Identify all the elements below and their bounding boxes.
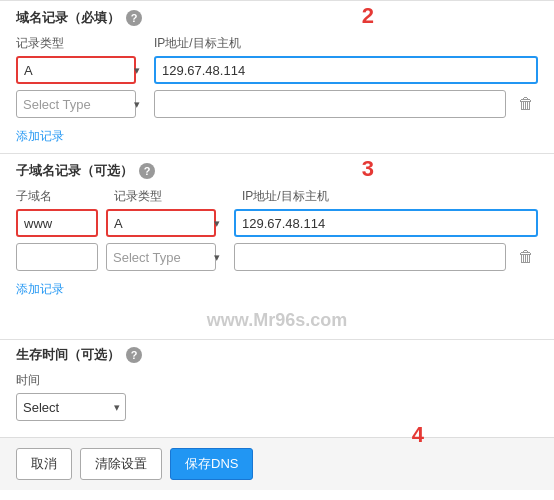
subdomain-row1-name-input[interactable] [16, 209, 98, 237]
subdomain-row1-ip-input[interactable] [234, 209, 538, 237]
time-field-label: 时间 [16, 372, 538, 389]
domain-add-record-link[interactable]: 添加记录 [16, 128, 64, 145]
subdomain-row2-delete-icon[interactable]: 🗑 [514, 249, 538, 265]
subdomain-row2-type-select[interactable]: Select Type A AAAA CNAME MX TXT [106, 243, 216, 271]
domain-help-icon[interactable]: ? [126, 10, 142, 26]
ttl-section-title: 生存时间（可选） ? [16, 346, 538, 364]
subdomain-type-col-label: 记录类型 [114, 188, 234, 205]
domain-row2-type-wrap: Select Type A AAAA CNAME MX TXT [16, 90, 146, 118]
clear-button[interactable]: 清除设置 [80, 448, 162, 480]
domain-row2-ip-input[interactable] [154, 90, 506, 118]
domain-column-headers: 记录类型 IP地址/目标主机 [16, 35, 538, 52]
subdomain-row1-type-select[interactable]: A AAAA CNAME MX TXT [106, 209, 216, 237]
ttl-section: 生存时间（可选） ? 时间 Select 300 600 900 1800 36… [0, 339, 554, 437]
subdomain-row-2: Select Type A AAAA CNAME MX TXT 🗑 [16, 243, 538, 271]
domain-row1-type-select[interactable]: A AAAA CNAME MX TXT [16, 56, 136, 84]
subdomain-help-icon[interactable]: ? [139, 163, 155, 179]
ttl-select-wrap: Select 300 600 900 1800 3600 7200 14400 … [16, 393, 126, 421]
subdomain-ip-col-label: IP地址/目标主机 [242, 188, 538, 205]
domain-records-section: 域名记录（必填） ? 2 记录类型 IP地址/目标主机 A AAAA CNAME… [0, 0, 554, 153]
domain-row2-delete-icon[interactable]: 🗑 [514, 96, 538, 112]
watermark: www.Mr96s.com [0, 306, 554, 339]
subdomain-add-record-link[interactable]: 添加记录 [16, 281, 64, 298]
subdomain-records-section: 子域名记录（可选） ? 3 子域名 记录类型 IP地址/目标主机 A AAAA … [0, 153, 554, 306]
domain-row2-type-select[interactable]: Select Type A AAAA CNAME MX TXT [16, 90, 136, 118]
domain-row1-ip-input[interactable] [154, 56, 538, 84]
subdomain-row1-type-wrap: A AAAA CNAME MX TXT [106, 209, 226, 237]
subdomain-row2-name-input[interactable] [16, 243, 98, 271]
step3-badge: 3 [362, 156, 374, 182]
step4-badge: 4 [412, 422, 424, 448]
footer-actions: 4 取消 清除设置 保存DNS [0, 437, 554, 490]
ttl-help-icon[interactable]: ? [126, 347, 142, 363]
subdomain-row-1: A AAAA CNAME MX TXT [16, 209, 538, 237]
step2-badge: 2 [362, 3, 374, 29]
subdomain-row2-ip-input[interactable] [234, 243, 506, 271]
ttl-title-text: 生存时间（可选） [16, 346, 120, 364]
ttl-row: Select 300 600 900 1800 3600 7200 14400 … [16, 393, 538, 421]
subdomain-section-title: 子域名记录（可选） ? 3 [16, 162, 538, 180]
subdomain-row2-type-wrap: Select Type A AAAA CNAME MX TXT [106, 243, 226, 271]
subdomain-name-col-label: 子域名 [16, 188, 106, 205]
cancel-button[interactable]: 取消 [16, 448, 72, 480]
save-dns-button[interactable]: 保存DNS [170, 448, 253, 480]
domain-row-1: A AAAA CNAME MX TXT [16, 56, 538, 84]
domain-section-title: 域名记录（必填） ? 2 [16, 9, 538, 27]
subdomain-title-text: 子域名记录（可选） [16, 162, 133, 180]
domain-row-2: Select Type A AAAA CNAME MX TXT 🗑 [16, 90, 538, 118]
subdomain-column-headers: 子域名 记录类型 IP地址/目标主机 [16, 188, 538, 205]
ttl-select[interactable]: Select 300 600 900 1800 3600 7200 14400 … [16, 393, 126, 421]
ip-col-label: IP地址/目标主机 [154, 35, 538, 52]
record-type-col-label: 记录类型 [16, 35, 146, 52]
domain-title-text: 域名记录（必填） [16, 9, 120, 27]
domain-row1-type-wrap: A AAAA CNAME MX TXT [16, 56, 146, 84]
